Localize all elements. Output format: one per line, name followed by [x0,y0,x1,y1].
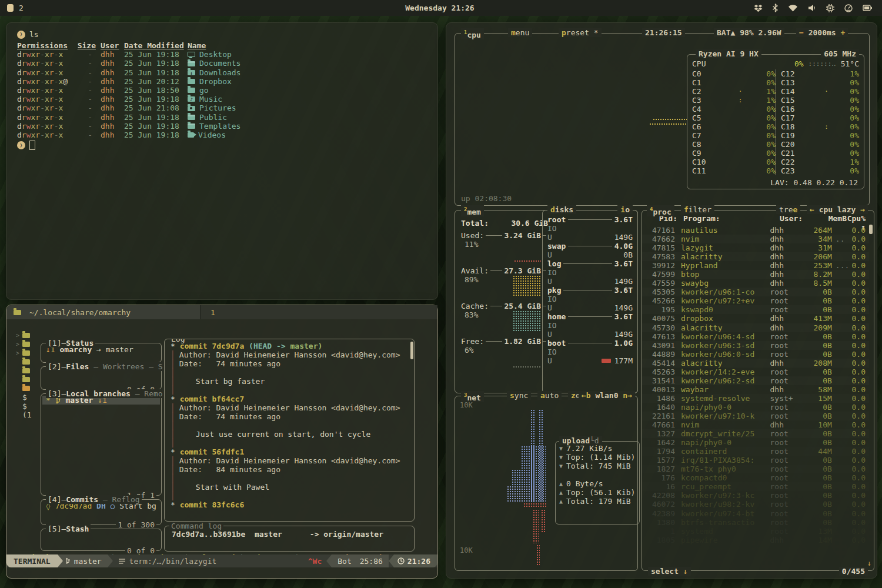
process-row[interactable]: 1827 mt76-tx phy0 root 0B 0.0 [642,465,869,473]
process-row[interactable]: 45730 alacritty dhh 209M 0.0 [642,323,869,332]
net-interface-switcher[interactable]: ←b wlan0 n→ [579,391,635,400]
process-row[interactable]: 1327 dmcrypt_write/25 root 0B 0.0 [642,429,869,438]
process-row[interactable]: 47583 alacritty dhh 206M 0.0 [642,252,869,261]
process-row[interactable]: 31541 kworker/u96:2-sd root 0B 0.0 [642,376,869,385]
process-row[interactable]: 43091 kworker/u96:3-sd root 0B 0.0 [642,341,869,350]
net-auto-button[interactable]: auto [537,391,562,400]
interval-minus-button[interactable]: − [799,28,804,37]
explorer-item[interactable]: (1 [16,410,41,419]
interval-plus-button[interactable]: + [840,28,845,37]
panel-command-log[interactable]: Command log 7dc9d7a..b3691be master -> o… [164,526,415,552]
net-upload-graph [533,509,539,543]
log-commit[interactable]: * commit 83fc6c6 │ │ │ │ │ [171,500,408,509]
proc-select-hint[interactable]: select ↓ [648,567,691,576]
panel-files[interactable]: [2]—Files — Worktrees — S 0 of 0 [41,366,162,390]
tab-disks[interactable]: disks [547,205,576,214]
proc-sort-column[interactable]: Cpu% ↑ [847,214,866,223]
battery-icon[interactable] [863,4,873,12]
process-row[interactable]: 1 systemd root 13M 0.0 [642,527,869,536]
workspace-icon[interactable] [7,4,14,12]
process-row[interactable]: 1577 irq/81-PIXA3854: root 0B 0.0 [642,456,869,465]
file-type-icon [188,115,195,120]
panel-commits[interactable]: [4]—Commits — Reflog ◊ 7dc9d7ad DH ○ Sta… [41,499,162,525]
process-row[interactable]: 47613 kworker/u96:4-sd root 0B 0.0 [642,332,869,341]
mem-free-graph [513,366,541,369]
tab-io[interactable]: io [617,205,633,214]
lazygit-window[interactable]: ~/.local/share/omarchy 1 > > [6,305,438,579]
dropbox-icon[interactable] [754,4,763,12]
tab-cpu[interactable]: 1cpu [461,28,484,39]
net-upload-graph [523,503,547,507]
text-cursor[interactable] [29,141,35,150]
cpu-graph-dots [653,118,687,121]
log-scrollbar[interactable] [410,342,413,359]
core-row: C100% [692,158,776,166]
menu-button[interactable]: menu [508,28,532,37]
process-row[interactable]: 1640 napi/phy0-0 root 0B 0.0 [642,403,869,412]
process-row[interactable]: 1486 systemd-resolve syst+ 15M 0.0 [642,394,869,403]
process-row[interactable]: 40013 waybar dhh 58M 0.0 [642,385,869,394]
process-row[interactable]: 45414 alacritty dhh 208M 0.0 [642,359,869,368]
explorer-item[interactable]: $ [16,393,41,402]
process-row[interactable]: 176 kcompactd0 root 0B 0.0 [642,473,869,482]
process-row[interactable]: 1805 pipewire dhh 14M 0.0 [642,536,869,544]
explorer-item[interactable] [16,384,41,393]
chip-icon[interactable] [826,4,834,12]
proc-scrollbar[interactable] [869,225,873,234]
process-row[interactable]: 195 kswapd0 root 0B 0.0 [642,305,869,314]
process-row[interactable]: 22161 kworker/u97:10-k root 0B 0.0 [642,412,869,420]
panel-log[interactable]: Log * commit 7dc9d7a (HEAD -> master) │A… [164,339,415,522]
process-row[interactable]: 45266 kworker/u97:2+ev root 0B 0.0 [642,296,869,305]
process-row[interactable]: 1642 napi/phy0-0 root 0B 0.0 [642,438,869,447]
process-row[interactable]: 1380 btrfs-transactio root 0B 0.0 [642,518,869,527]
explorer-item[interactable]: > [16,340,41,349]
proc-filter-button[interactable]: filter [681,205,714,214]
explorer-item[interactable] [16,366,41,375]
explorer-item[interactable]: $ [16,402,41,410]
battery-status: BAT▲ 98% 2.96W [714,28,784,37]
explorer-item[interactable]: > [16,349,41,358]
log-commit[interactable]: * commit 56fdfc1 │Author: David Heinemei… [171,447,408,500]
process-row[interactable]: 16 rcu_preempt root 0B 0.0 [642,482,869,491]
process-row[interactable]: 42208 kworker/u97:3-kc root 0B 0.0 [642,491,869,500]
process-row[interactable]: 47599 btop dhh 8.2M 0.0 [642,270,869,279]
explorer-item[interactable] [16,375,41,384]
process-row[interactable]: 1794 containerd root 44M 0.0 [642,447,869,456]
winbar-tab[interactable]: 1 [201,305,437,319]
panel-stash[interactable]: [5]—Stash 0 of 0 [41,529,162,551]
bluetooth-icon[interactable] [773,4,778,12]
proc-tree-button[interactable]: tree [776,205,800,214]
panel-status[interactable]: [1]—Status ↓1 omarchy → master [41,343,162,363]
volume-icon[interactable] [808,4,816,12]
process-row[interactable]: 42389 kworker/u97:4-bt root 0B 0.0 [642,509,869,518]
btop-window[interactable]: 1cpu menu preset * 21:26:15 BAT▲ 98% 2.9… [446,22,877,579]
process-row[interactable]: 45305 kworker/u96:1-co root 0B 0.0 [642,288,869,296]
process-row[interactable]: 45263 kworker/14:2-eve root 0B 0.0 [642,368,869,376]
terminal-window[interactable]: ls Permissions Size User Date Modified N… [6,22,438,300]
workspace-number[interactable]: 2 [19,4,24,12]
explorer-file-icon [22,342,30,347]
process-row[interactable]: 44889 kworker/u96:0-sd root 0B 0.0 [642,350,869,359]
process-row[interactable]: 47161 nautilus dhh 264M 0.0 [642,226,869,235]
tab-proc[interactable]: 4proc [647,205,674,216]
process-row[interactable]: 47559 swaybg dhh 8.5M 0.0 [642,279,869,288]
proc-sort-switcher[interactable]: ← cpu lazy → [807,205,868,214]
gauge-icon[interactable] [844,4,853,12]
net-sync-button[interactable]: sync [507,391,531,400]
winbar-path-segment[interactable]: ~/.local/share/omarchy [6,305,200,319]
process-row[interactable]: 47661 nvim dhh 10M 0.0 [642,420,869,429]
process-row[interactable]: 46072 kworker/u98:2-kv root 0B 0.0 [642,500,869,509]
preset-button[interactable]: preset * [559,28,602,37]
wifi-icon[interactable] [788,4,798,12]
explorer-item[interactable]: > [16,331,41,340]
panel-branches[interactable]: [3]—Local branches — Remo * master ↓1 1 … [41,393,162,496]
process-row[interactable]: 40075 dropbox dhh 413M 0.0 [642,314,869,323]
process-row[interactable]: 47662 nvim dhh 34M .. 0.0 [642,235,869,243]
process-row[interactable]: 39912 Hyprland dhh 253M ... 0.0 [642,261,869,270]
log-commit[interactable]: * commit 7dc9d7a (HEAD -> master) │Autho… [171,342,408,395]
log-commit[interactable]: * commit bf64cc7 │Author: David Heinemei… [171,395,408,447]
explorer-item[interactable] [16,358,41,366]
core-row: C00% [692,69,776,78]
file-type-icon [188,106,195,111]
process-row[interactable]: 47815 lazygit dhh 31M 0.0 [642,243,869,252]
